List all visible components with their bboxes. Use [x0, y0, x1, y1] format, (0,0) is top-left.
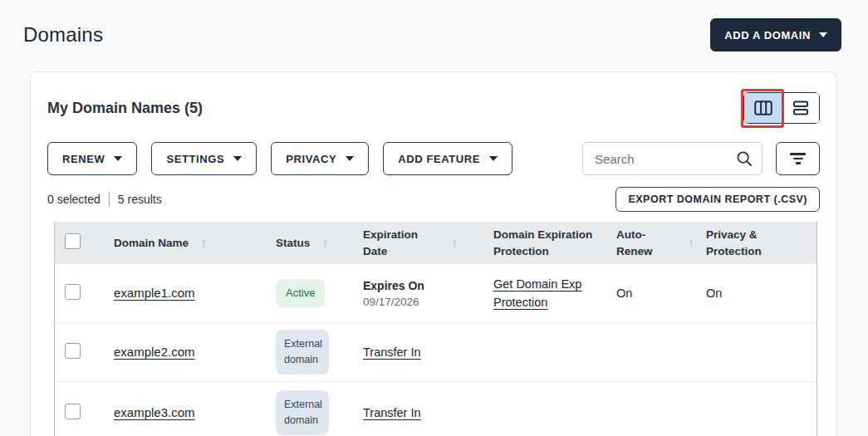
privacy-button[interactable]: PRIVACY	[271, 142, 369, 175]
summary-row: 0 selected 5 results EXPORT DOMAIN REPOR…	[47, 187, 820, 212]
domain-link[interactable]: example2.com	[114, 345, 195, 359]
transfer-in-link[interactable]: Transfer In	[363, 343, 421, 361]
chevron-down-icon	[233, 156, 242, 161]
domain-cell: example3.com	[104, 405, 267, 420]
domain-cell: example2.com	[104, 345, 267, 360]
column-label: Domain Expiration Protection	[493, 227, 601, 259]
page-title: Domains	[23, 23, 103, 47]
chevron-down-icon	[346, 156, 354, 161]
column-label: Status	[276, 235, 310, 252]
column-view-button[interactable]	[744, 93, 782, 123]
filter-line	[796, 162, 801, 164]
column-header-auto-renew[interactable]: Auto-Renew ↑	[606, 222, 698, 264]
rows-icon	[793, 100, 808, 115]
protection-cell: Get Domain Exp Protection	[483, 275, 606, 312]
privacy-label: PRIVACY	[286, 153, 336, 165]
status-badge: External domain	[276, 390, 329, 435]
column-header-domain-expiration-protection[interactable]: Domain Expiration Protection	[483, 222, 606, 264]
expiration-cell: Expires On 09/17/2026	[355, 279, 483, 308]
column-label: Auto-Renew	[616, 227, 676, 259]
add-feature-button[interactable]: ADD FEATURE	[383, 142, 512, 175]
sort-arrow-icon[interactable]: ↑	[688, 233, 694, 252]
domain-cell: example1.com	[104, 286, 267, 301]
select-all-checkbox[interactable]	[65, 233, 81, 249]
get-domain-exp-protection-link[interactable]: Get Domain Exp Protection	[493, 275, 595, 312]
filter-button[interactable]	[776, 142, 820, 175]
results-count: 5 results	[118, 193, 162, 206]
selected-count: 0 selected	[47, 193, 101, 206]
status-badge: Active	[276, 279, 325, 307]
column-header-expiration-date[interactable]: Expiration Date ↑	[355, 222, 483, 264]
row-checkbox-cell	[55, 404, 104, 423]
chevron-down-icon	[489, 156, 498, 161]
row-checkbox[interactable]	[65, 284, 81, 300]
column-label: Privacy & Protection	[706, 227, 782, 259]
domain-link[interactable]: example3.com	[114, 405, 195, 419]
summary-divider	[109, 192, 110, 207]
row-checkbox[interactable]	[65, 404, 81, 419]
status-badge: External domain	[276, 330, 329, 375]
status-cell: External domain	[267, 330, 355, 375]
card-title: My Domain Names (5)	[47, 100, 203, 117]
column-header-domain-name[interactable]: Domain Name ↑	[104, 228, 267, 257]
expiration-cell: Transfer In	[355, 404, 483, 422]
add-feature-label: ADD FEATURE	[398, 153, 480, 165]
filter-lines-icon	[790, 153, 806, 155]
toolbar: RENEW SETTINGS PRIVACY ADD FEATURE	[47, 142, 820, 175]
row-checkbox-cell	[55, 343, 104, 362]
top-bar: Domains ADD A DOMAIN	[0, 0, 868, 51]
column-label: Expiration Date	[363, 227, 439, 259]
status-cell: Active	[267, 279, 355, 307]
filter-line	[793, 158, 803, 160]
domain-link[interactable]: example1.com	[114, 286, 195, 300]
expiration-cell: Transfer In	[355, 343, 483, 361]
sort-arrow-icon[interactable]: ↑	[200, 233, 207, 252]
domains-table: Domain Name ↑ Status ↑ Expiration Date ↑…	[54, 222, 817, 436]
expiration-date-value: 09/17/2026	[363, 296, 483, 308]
chevron-down-icon	[819, 32, 827, 37]
table-row: example3.com External domain Transfer In	[55, 382, 817, 436]
table-row: example2.com External domain Transfer In	[55, 323, 817, 382]
settings-button[interactable]: SETTINGS	[151, 142, 257, 175]
column-label: Domain Name	[114, 235, 189, 252]
privacy-protection-value: On	[698, 287, 817, 300]
renew-button[interactable]: RENEW	[47, 142, 137, 175]
auto-renew-value: On	[606, 287, 698, 300]
chevron-down-icon	[114, 156, 122, 161]
table-row: example1.com Active Expires On 09/17/202…	[55, 264, 817, 323]
expires-on-label: Expires On	[363, 279, 483, 292]
export-domain-report-button[interactable]: EXPORT DOMAIN REPORT (.CSV)	[615, 187, 820, 212]
columns-icon	[754, 100, 772, 115]
transfer-in-link[interactable]: Transfer In	[363, 404, 421, 422]
search-icon	[736, 150, 753, 167]
header-checkbox-cell	[55, 233, 104, 252]
sort-arrow-icon[interactable]: ↑	[321, 233, 328, 252]
selection-summary: 0 selected 5 results	[47, 192, 162, 207]
search-wrap	[582, 142, 763, 175]
status-cell: External domain	[267, 390, 355, 435]
toolbar-right	[582, 142, 820, 175]
add-a-domain-button[interactable]: ADD A DOMAIN	[710, 18, 841, 51]
add-a-domain-label: ADD A DOMAIN	[724, 29, 811, 42]
renew-label: RENEW	[62, 153, 105, 165]
column-header-status[interactable]: Status ↑	[267, 228, 355, 257]
view-toggle	[743, 92, 820, 124]
domains-card: My Domain Names (5) RENEW	[30, 71, 837, 436]
card-header: My Domain Names (5)	[47, 72, 820, 124]
row-view-button[interactable]	[782, 93, 819, 123]
row-checkbox-cell	[55, 284, 104, 303]
sort-arrow-icon[interactable]: ↑	[451, 233, 458, 252]
table-header-row: Domain Name ↑ Status ↑ Expiration Date ↑…	[55, 222, 817, 264]
row-checkbox[interactable]	[65, 343, 81, 359]
settings-label: SETTINGS	[166, 153, 224, 165]
column-header-privacy-protection[interactable]: Privacy & Protection	[698, 222, 817, 264]
